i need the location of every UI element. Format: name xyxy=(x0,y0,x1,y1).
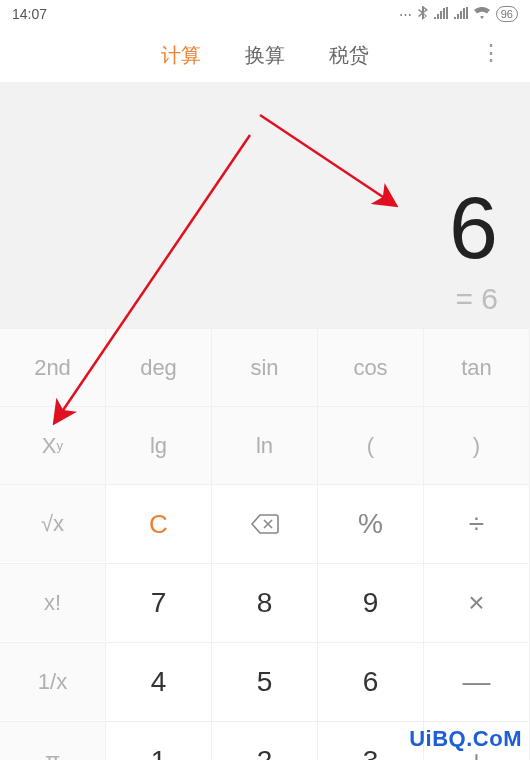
tab-tax-loan[interactable]: 税贷 xyxy=(329,42,369,69)
key-percent[interactable]: % xyxy=(318,484,424,563)
expression-value: 6 xyxy=(449,184,498,272)
key-9[interactable]: 9 xyxy=(318,563,424,642)
more-menu-icon[interactable]: ⋮ xyxy=(480,42,502,64)
key-lg[interactable]: lg xyxy=(106,406,212,484)
key-7[interactable]: 7 xyxy=(106,563,212,642)
watermark: UiBQ.CoM xyxy=(409,726,522,752)
key-5[interactable]: 5 xyxy=(212,642,318,721)
key-ln[interactable]: ln xyxy=(212,406,318,484)
key-divide[interactable]: ÷ xyxy=(424,484,530,563)
key-tan[interactable]: tan xyxy=(424,328,530,406)
key-4[interactable]: 4 xyxy=(106,642,212,721)
signal-icon xyxy=(434,7,448,22)
wifi-icon xyxy=(474,7,490,22)
battery-level: 96 xyxy=(496,6,518,22)
ellipsis-icon: ⋯ xyxy=(399,7,412,22)
tab-convert[interactable]: 换算 xyxy=(245,42,285,69)
status-bar: 14:07 ⋯ 96 xyxy=(0,0,530,28)
key-2[interactable]: 2 xyxy=(212,721,318,760)
tab-calculate[interactable]: 计算 xyxy=(161,42,201,69)
key-2nd[interactable]: 2nd xyxy=(0,328,106,406)
key-lparen[interactable]: ( xyxy=(318,406,424,484)
status-icons: ⋯ 96 xyxy=(399,6,518,23)
key-x-power-y[interactable]: Xy xyxy=(0,406,106,484)
key-multiply[interactable]: × xyxy=(424,563,530,642)
key-sqrt[interactable]: √x xyxy=(0,484,106,562)
signal-icon xyxy=(454,7,468,22)
key-rparen[interactable]: ) xyxy=(424,406,530,484)
key-factorial[interactable]: x! xyxy=(0,563,106,641)
mode-tabs: 计算 换算 税贷 ⋮ xyxy=(0,28,530,82)
key-minus[interactable]: — xyxy=(424,642,530,721)
key-pi[interactable]: π xyxy=(0,721,106,760)
key-6[interactable]: 6 xyxy=(318,642,424,721)
status-time: 14:07 xyxy=(12,6,47,22)
bluetooth-icon xyxy=(418,6,428,23)
key-deg[interactable]: deg xyxy=(106,328,212,406)
key-sin[interactable]: sin xyxy=(212,328,318,406)
result-value: = 6 xyxy=(455,282,498,316)
key-cos[interactable]: cos xyxy=(318,328,424,406)
key-8[interactable]: 8 xyxy=(212,563,318,642)
key-reciprocal[interactable]: 1/x xyxy=(0,642,106,720)
key-clear[interactable]: C xyxy=(106,484,212,563)
key-backspace[interactable] xyxy=(212,484,318,563)
keypad: 2nd deg sin cos tan Xy lg ln ( ) √x C % … xyxy=(0,328,530,760)
calculator-display: 6 = 6 xyxy=(0,82,530,328)
key-1[interactable]: 1 xyxy=(106,721,212,760)
